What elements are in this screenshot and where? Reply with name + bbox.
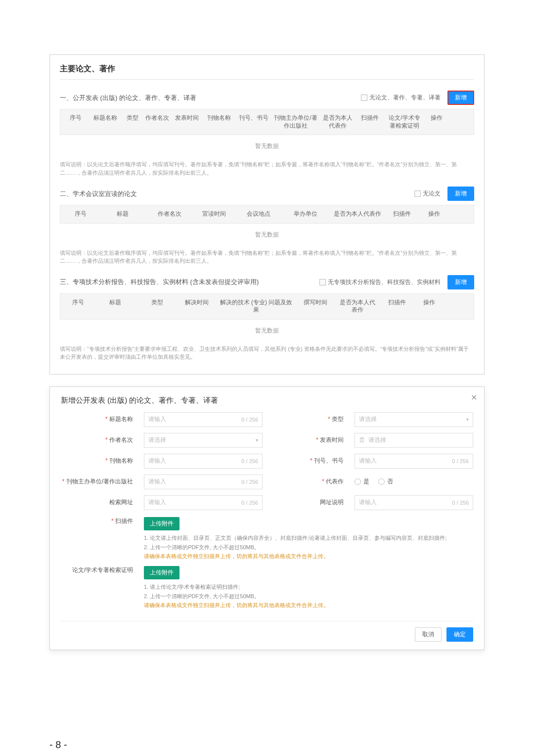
radio-yes-label: 是 xyxy=(363,477,369,486)
checkbox-icon xyxy=(361,94,367,101)
ok-button[interactable]: 确定 xyxy=(446,627,473,642)
section1-header-row: 一、公开发表 (出版) 的论文、著作、专著、译著 无论文、著作、专著、译著 新增 xyxy=(60,87,474,109)
checkbox-icon xyxy=(414,190,421,197)
radio-icon xyxy=(355,478,361,485)
upload-proof-button[interactable]: 上传附件 xyxy=(144,566,179,579)
th: 刊号、书号 xyxy=(236,113,271,131)
th: 举办单位 xyxy=(281,209,330,219)
counter: 0 / 256 xyxy=(241,458,258,464)
section3-none-checkbox[interactable]: 无专项技术分析报告、科技报告、实例材料 xyxy=(319,278,441,286)
section2-no-data: 暂无数据 xyxy=(60,224,474,246)
label-issn: 刊号、书号 xyxy=(271,457,346,465)
represent-radio-group: 是 否 xyxy=(355,477,473,486)
section3-add-button[interactable]: 新增 xyxy=(447,275,474,289)
th: 作者名次 xyxy=(147,209,192,219)
select-type[interactable]: 请选择 ▾ xyxy=(355,412,473,427)
th: 论文/学术专著检索证明 xyxy=(385,113,424,131)
th: 解决的技术 (专业) 问题及效果 xyxy=(217,298,296,315)
upload-scan-button[interactable]: 上传附件 xyxy=(144,517,179,530)
input-publisher[interactable]: 请输入 0 / 256 xyxy=(144,474,263,489)
input-search-url[interactable]: 请输入 0 / 256 xyxy=(144,495,263,510)
radio-yes[interactable]: 是 xyxy=(355,477,369,486)
section2-none-checkbox[interactable]: 无论文 xyxy=(414,189,441,198)
label-publisher: 刊物主办单位/著作出版社 xyxy=(61,477,135,486)
placeholder: 请输入 xyxy=(359,498,377,507)
proof-note-2: 2. 上传一个清晰的PDF文件, 大小不超过50MB。 xyxy=(144,592,473,601)
input-publish-time[interactable]: 🗓 请选择 xyxy=(355,433,473,448)
label-publish-time: 发表时间 xyxy=(271,436,346,444)
section2-none-label: 无论文 xyxy=(423,189,441,198)
th: 类型 xyxy=(137,298,177,315)
placeholder: 请选择 xyxy=(359,415,377,424)
modal-title: 新增公开发表 (出版) 的论文、著作、专著、译著 xyxy=(61,396,473,412)
section2-table-header: 序号 标题 作者名次 宣读时间 会议地点 举办单位 是否为本人代表作 扫描件 操… xyxy=(60,205,474,224)
th: 扫描件 xyxy=(380,298,414,315)
input-issn[interactable]: 请输入 0 / 256 xyxy=(355,454,473,469)
label-type: 类型 xyxy=(271,415,346,424)
select-author-rank[interactable]: 请选择 ▾ xyxy=(144,433,263,448)
label-author-rank: 作者名次 xyxy=(61,436,135,444)
add-publication-modal: ✕ 新增公开发表 (出版) 的论文、著作、专著、译著 标题名称 请输入 0 / … xyxy=(49,386,485,650)
counter: 0 / 256 xyxy=(452,458,469,464)
section2-footnote: 填写说明：以先论文后著作顺序填写，均应填写刊号。著作如系专著，免填“刊物名称”栏… xyxy=(60,246,474,271)
section1-none-label: 无论文、著作、专著、译著 xyxy=(369,94,441,102)
page-number: - 8 - xyxy=(49,739,485,751)
th: 操作 xyxy=(414,298,444,315)
radio-icon xyxy=(378,478,385,485)
th: 标题 xyxy=(98,209,147,219)
label-index-proof: 论文/学术专著检索证明 xyxy=(61,566,135,610)
scan-note-warn: 请确保本表格或文件独立扫描并上传，切勿将其与其他表格或文件合并上传。 xyxy=(144,552,473,561)
th: 是否为本人代表作 xyxy=(320,113,355,131)
input-journal-name[interactable]: 请输入 0 / 256 xyxy=(144,454,263,469)
th: 刊物名称 xyxy=(202,113,236,131)
cancel-button[interactable]: 取消 xyxy=(415,627,442,642)
placeholder: 请输入 xyxy=(148,415,166,424)
calendar-icon: 🗓 xyxy=(359,436,365,444)
th: 类型 xyxy=(123,113,142,131)
th: 宣读时间 xyxy=(192,209,236,219)
section2-add-button[interactable]: 新增 xyxy=(447,187,474,201)
scan-note-2: 2. 上传一个清晰的PDF文件, 大小不超过50MB。 xyxy=(144,543,473,552)
placeholder: 请输入 xyxy=(148,477,166,486)
section1-heading: 一、公开发表 (出版) 的论文、著作、专著、译著 xyxy=(60,94,361,102)
input-url-note[interactable]: 请输入 0 / 256 xyxy=(355,495,473,510)
scan-note-1: 1. 论文请上传封面、目录页、正文页（确保内容齐全）、封底扫描件;论著请上传封面… xyxy=(144,533,473,543)
th: 解决时间 xyxy=(177,298,217,315)
placeholder: 请选择 xyxy=(368,436,386,444)
th: 作者名次 xyxy=(142,113,172,131)
section1-add-button[interactable]: 新增 xyxy=(447,91,474,105)
placeholder: 请输入 xyxy=(148,457,166,465)
placeholder: 请输入 xyxy=(148,498,166,507)
counter: 0 / 256 xyxy=(241,417,258,423)
proof-note-warn: 请确保本表格或文件独立扫描并上传，切勿将其与其他表格或文件合并上传。 xyxy=(144,601,473,610)
section1-none-checkbox[interactable]: 无论文、著作、专著、译著 xyxy=(361,94,441,102)
section3-table-header: 序号 标题 类型 解决时间 解决的技术 (专业) 问题及效果 撰写时间 是否为本… xyxy=(60,293,474,320)
section1-no-data: 暂无数据 xyxy=(60,135,474,157)
th: 会议地点 xyxy=(236,209,281,219)
section2-heading: 二、学术会议室宣读的论文 xyxy=(60,189,414,198)
panel-title: 主要论文、著作 xyxy=(60,64,474,80)
chevron-down-icon: ▾ xyxy=(256,437,258,443)
close-icon[interactable]: ✕ xyxy=(471,393,477,402)
proof-upload-cell: 上传附件 1. 请上传论文/学术专著检索证明扫描件; 2. 上传一个清晰的PDF… xyxy=(144,566,473,610)
radio-no[interactable]: 否 xyxy=(378,477,393,486)
th: 是否为本人代表作 xyxy=(330,209,385,219)
section3-footnote: 填写说明：“专项技术分析报告”主要要求申报工程、农业、卫生技术系列的人员填写，其… xyxy=(60,342,474,367)
scan-upload-cell: 上传附件 1. 论文请上传封面、目录页、正文页（确保内容齐全）、封底扫描件;论著… xyxy=(144,517,473,561)
th: 扫描件 xyxy=(355,113,385,131)
th: 标题 xyxy=(93,298,137,315)
th: 操作 xyxy=(419,209,449,219)
th: 刊物主办单位/著作出版社 xyxy=(271,113,320,131)
section3-none-label: 无专项技术分析报告、科技报告、实例材料 xyxy=(328,278,441,286)
section3-header-row: 三、专项技术分析报告、科技报告、实例材料 (含未发表但提交评审用) 无专项技术分… xyxy=(60,271,474,293)
input-title-name[interactable]: 请输入 0 / 256 xyxy=(144,412,263,427)
section1-footnote: 填写说明：以先论文后著作顺序填写，均应填写刊号。著作如系专著，免填“刊物名称”栏… xyxy=(60,157,474,183)
label-url-note: 网址说明 xyxy=(271,498,346,507)
section3-no-data: 暂无数据 xyxy=(60,320,474,342)
counter: 0 / 256 xyxy=(452,500,469,506)
radio-no-label: 否 xyxy=(387,477,393,486)
label-search-url: 检索网址 xyxy=(61,498,135,507)
placeholder: 请选择 xyxy=(148,436,166,444)
label-title-name: 标题名称 xyxy=(61,415,135,424)
th: 序号 xyxy=(63,298,93,315)
